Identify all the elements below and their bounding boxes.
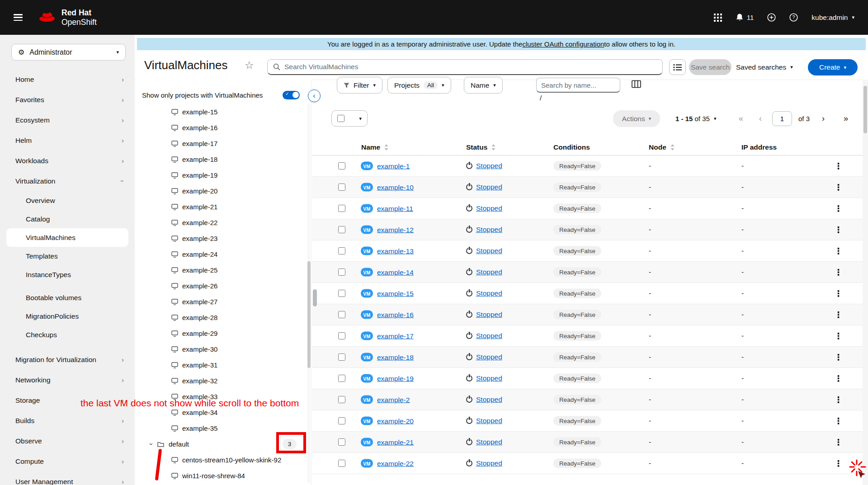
name-filter-dropdown[interactable]: Name ▾: [464, 77, 503, 94]
sidebar-item[interactable]: Networking ›: [0, 370, 135, 390]
favorite-star-button[interactable]: ☆: [245, 59, 254, 71]
bulk-select-dropdown[interactable]: ▾: [331, 110, 368, 127]
tree-item-vm[interactable]: example-19: [137, 167, 311, 183]
vm-name-link[interactable]: example-1: [377, 162, 410, 170]
tree-item-vm[interactable]: example-28: [137, 310, 311, 325]
row-checkbox[interactable]: [338, 417, 345, 424]
sidebar-subitem-catalog[interactable]: Catalog: [0, 210, 135, 228]
vm-name-link[interactable]: example-10: [377, 183, 414, 191]
tree-item-vm[interactable]: example-27: [137, 294, 311, 310]
vm-status-link[interactable]: Stopped: [476, 396, 502, 404]
page-number-input[interactable]: [772, 111, 792, 126]
vm-name-link[interactable]: example-22: [377, 459, 414, 467]
sidebar-item[interactable]: Observe ›: [0, 431, 135, 451]
kebab-menu-button[interactable]: ⋮: [834, 437, 842, 447]
kebab-menu-button[interactable]: ⋮: [834, 161, 842, 171]
tree-item-vm[interactable]: example-26: [137, 278, 311, 294]
projects-dropdown[interactable]: Projects All ▾: [387, 77, 451, 94]
kebab-menu-button[interactable]: ⋮: [834, 395, 842, 405]
vm-status-link[interactable]: Stopped: [476, 268, 502, 276]
vm-status-link[interactable]: Stopped: [476, 374, 502, 382]
sidebar-subitem-overview[interactable]: Overview: [0, 191, 135, 210]
list-view-toggle[interactable]: [669, 59, 686, 75]
sidebar-subitem-checkups[interactable]: Checkups: [0, 325, 135, 344]
kebab-menu-button[interactable]: ⋮: [834, 331, 842, 341]
tree-item-vm[interactable]: example-17: [137, 136, 311, 151]
kebab-menu-button[interactable]: ⋮: [834, 203, 842, 214]
vm-status-link[interactable]: Stopped: [476, 183, 502, 191]
sidebar-item[interactable]: Favorites ›: [0, 89, 135, 110]
row-checkbox[interactable]: [338, 460, 345, 467]
vm-name-link[interactable]: example-18: [377, 353, 414, 361]
pagination-summary-dropdown[interactable]: 1 - 15 of 35 ▾: [675, 110, 716, 127]
table-scrollbar[interactable]: [863, 80, 868, 485]
vm-filter-toggle[interactable]: [283, 91, 300, 99]
vm-status-link[interactable]: Stopped: [476, 417, 502, 425]
tree-scrollbar[interactable]: [307, 104, 311, 483]
column-header-name[interactable]: Name: [361, 143, 389, 151]
tree-item-vm[interactable]: example-29: [137, 325, 311, 341]
sidebar-item[interactable]: Workloads ›: [0, 151, 135, 171]
sidebar-subitem-virtualmachines[interactable]: VirtualMachines: [6, 228, 128, 247]
sidebar-item[interactable]: Helm ›: [0, 130, 135, 151]
first-page-button[interactable]: «: [739, 110, 743, 127]
filter-dropdown[interactable]: Filter ▾: [337, 77, 382, 94]
create-button[interactable]: Create ▾: [808, 59, 858, 75]
kebab-menu-button[interactable]: ⋮: [834, 267, 842, 278]
row-checkbox[interactable]: [338, 353, 345, 361]
row-checkbox[interactable]: [338, 226, 345, 233]
vm-name-link[interactable]: example-11: [377, 204, 413, 212]
vm-name-link[interactable]: example-21: [377, 438, 414, 446]
tree-item-vm[interactable]: example-22: [137, 215, 311, 231]
sidebar-subitem-instancetypes[interactable]: InstanceTypes: [0, 265, 135, 284]
row-checkbox[interactable]: [338, 162, 345, 170]
kebab-menu-button[interactable]: ⋮: [834, 458, 842, 469]
kebab-menu-button[interactable]: ⋮: [834, 352, 842, 363]
tree-item-vm[interactable]: example-15: [137, 104, 311, 120]
sidebar-item[interactable]: Ecosystem ›: [0, 110, 135, 130]
kebab-menu-button[interactable]: ⋮: [834, 373, 842, 384]
vm-name-link[interactable]: example-20: [377, 417, 414, 425]
last-page-button[interactable]: »: [844, 110, 848, 127]
sidebar-subitem-migrationpolicies[interactable]: MigrationPolicies: [0, 307, 135, 325]
vm-status-link[interactable]: Stopped: [476, 459, 502, 467]
notification-bell-button[interactable]: 11: [736, 13, 754, 22]
vm-status-link[interactable]: Stopped: [476, 289, 502, 297]
vm-name-link[interactable]: example-19: [377, 374, 414, 382]
tree-item-vm[interactable]: example-18: [137, 151, 311, 167]
column-header-status[interactable]: Status: [466, 143, 496, 151]
search-input[interactable]: [284, 63, 657, 71]
kebab-menu-button[interactable]: ⋮: [834, 310, 842, 320]
tree-item-vm[interactable]: centos-stream10-yellow-skink-92: [137, 452, 311, 468]
tree-item-vm[interactable]: example-16: [137, 120, 311, 136]
vm-name-link[interactable]: example-15: [377, 289, 414, 297]
row-checkbox[interactable]: [338, 332, 345, 339]
tree-item-vm[interactable]: example-21: [137, 199, 311, 215]
row-checkbox[interactable]: [338, 247, 345, 254]
vm-status-link[interactable]: Stopped: [476, 332, 502, 340]
user-menu[interactable]: kube:admin ▾: [811, 14, 854, 22]
nav-toggle-icon[interactable]: [14, 14, 23, 21]
vm-name-link[interactable]: example-16: [377, 311, 414, 319]
panel-resizer-handle[interactable]: [313, 289, 317, 306]
kebab-menu-button[interactable]: ⋮: [834, 288, 842, 299]
row-checkbox[interactable]: [338, 290, 345, 297]
row-checkbox[interactable]: [338, 184, 345, 191]
vm-name-link[interactable]: example-17: [377, 332, 414, 340]
oauth-config-link[interactable]: cluster OAuth configuration: [522, 40, 604, 48]
vm-status-link[interactable]: Stopped: [476, 247, 502, 255]
kebab-menu-button[interactable]: ⋮: [834, 182, 842, 193]
vm-status-link[interactable]: Stopped: [476, 311, 502, 319]
vm-name-link[interactable]: example-12: [377, 226, 414, 234]
tree-item-vm[interactable]: example-25: [137, 262, 311, 278]
sidebar-item[interactable]: User Management ›: [0, 471, 135, 485]
row-checkbox[interactable]: [338, 205, 345, 212]
kebab-menu-button[interactable]: ⋮: [834, 225, 842, 235]
vm-status-link[interactable]: Stopped: [476, 162, 502, 170]
column-management-icon[interactable]: [632, 80, 641, 88]
tree-collapse-button[interactable]: ‹: [308, 89, 321, 102]
sidebar-item-virtualization[interactable]: Virtualization ›: [0, 171, 135, 191]
tree-item-vm[interactable]: example-32: [137, 373, 311, 389]
row-checkbox[interactable]: [338, 268, 345, 276]
vm-name-link[interactable]: example-14: [377, 268, 414, 276]
